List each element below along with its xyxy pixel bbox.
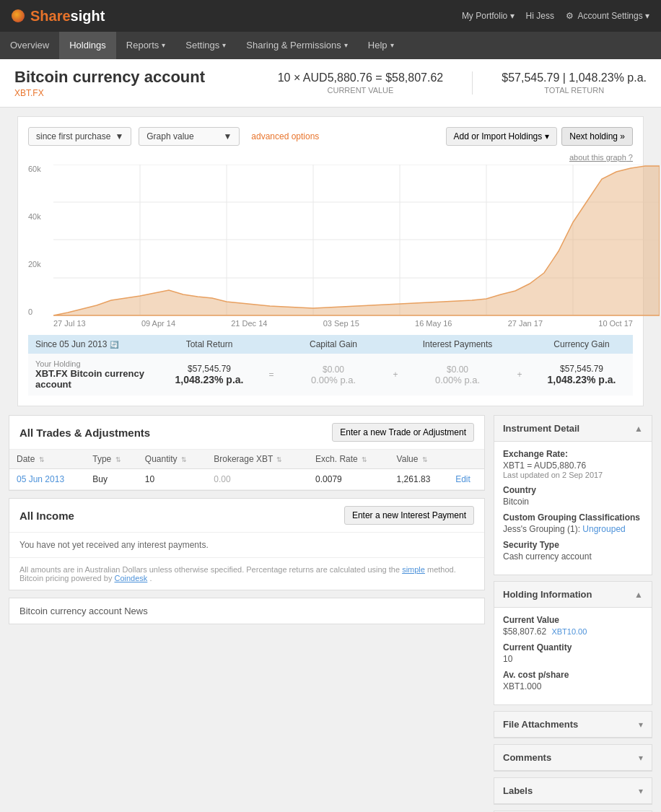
page-stats: 10 × AUD5,880.76 = $58,807.62 CURRENT VA… bbox=[278, 71, 647, 95]
x-label-7: 10 Oct 17 bbox=[598, 319, 633, 328]
logo[interactable]: Sharesight bbox=[12, 8, 105, 25]
trade-date-link[interactable]: 05 Jun 2013 bbox=[17, 474, 64, 484]
col-brokerage[interactable]: Brokerage XBT ⇅ bbox=[206, 450, 308, 469]
reports-arrow: ▾ bbox=[162, 32, 165, 59]
y-axis-labels: 60k 40k 20k 0 bbox=[28, 165, 41, 316]
grouping-label: Custom Grouping Classifications bbox=[503, 512, 643, 523]
trades-table: Date ⇅ Type ⇅ Quantity ⇅ Brokerage XBT ⇅… bbox=[9, 450, 484, 490]
coindesk-link[interactable]: Coindesk bbox=[114, 574, 147, 582]
dropdown-arrow-import: ▾ bbox=[545, 131, 549, 141]
svg-marker-11 bbox=[53, 166, 660, 315]
equals-sign: = bbox=[261, 370, 282, 380]
nav-settings[interactable]: Settings ▾ bbox=[175, 32, 236, 59]
labels-title: Labels bbox=[503, 785, 533, 796]
income-note: You have not yet received any interest p… bbox=[9, 533, 484, 557]
instrument-header[interactable]: Instrument Detail ▲ bbox=[494, 416, 652, 442]
trade-date: 05 Jun 2013 bbox=[9, 469, 85, 490]
col-exchrate[interactable]: Exch. Rate ⇅ bbox=[308, 450, 390, 469]
chart-area: 60k 40k 20k 0 bbox=[28, 165, 633, 328]
stats-total-col: Total Return bbox=[158, 339, 261, 349]
comments-chevron: ▾ bbox=[639, 753, 643, 763]
holding-info-col: Your Holding XBT.FX Bitcoin currency acc… bbox=[28, 359, 158, 390]
col-quantity[interactable]: Quantity ⇅ bbox=[138, 450, 206, 469]
dropdown-arrow-graph: ▼ bbox=[223, 131, 232, 141]
ungrouped-link[interactable]: Ungrouped bbox=[582, 524, 625, 534]
new-trade-button[interactable]: Enter a new Trade or Adjustment bbox=[332, 423, 474, 442]
exchange-rate-row: Exchange Rate: XBT1 = AUD5,880.76 Last u… bbox=[503, 449, 643, 479]
instrument-body: Exchange Rate: XBT1 = AUD5,880.76 Last u… bbox=[494, 442, 652, 575]
labels-header[interactable]: Labels ▾ bbox=[494, 778, 652, 804]
cap-pct: 0.00% p.a. bbox=[282, 375, 385, 385]
holding-info-chevron: ▲ bbox=[634, 590, 643, 600]
help-arrow: ▾ bbox=[390, 32, 394, 59]
date-filter-select[interactable]: since first purchase ▼ bbox=[28, 127, 131, 146]
new-payment-button[interactable]: Enter a new Interest Payment bbox=[344, 506, 474, 525]
interest-val: $0.00 bbox=[406, 364, 509, 375]
trade-edit: Edit bbox=[448, 469, 484, 490]
holding-label: Your Holding bbox=[35, 359, 151, 368]
x-label-6: 27 Jan 17 bbox=[508, 319, 543, 328]
security-type-val: Cash currency account bbox=[503, 551, 643, 562]
add-import-button[interactable]: Add or Import Holdings ▾ bbox=[446, 127, 558, 146]
instrument-title: Instrument Detail bbox=[503, 423, 579, 434]
current-value-label: CURRENT VALUE bbox=[278, 86, 444, 95]
simple-method-link[interactable]: simple bbox=[402, 565, 425, 574]
trades-header: All Trades & Adjustments Enter a new Tra… bbox=[9, 416, 484, 450]
av-cost-val: XBT1.000 bbox=[503, 681, 643, 691]
trade-exch-rate: 0.0079 bbox=[308, 469, 390, 490]
security-type-row: Security Type Cash currency account bbox=[503, 540, 643, 562]
file-attachments-header[interactable]: File Attachments ▾ bbox=[494, 712, 652, 738]
x-label-1: 27 Jul 13 bbox=[53, 319, 86, 328]
next-holding-button[interactable]: Next holding » bbox=[561, 127, 633, 146]
plus-sign-2: + bbox=[509, 370, 530, 380]
holding-info-title: Holding Information bbox=[503, 589, 592, 600]
graph-filter-select[interactable]: Graph value ▼ bbox=[139, 127, 240, 146]
trades-table-header-row: Date ⇅ Type ⇅ Quantity ⇅ Brokerage XBT ⇅… bbox=[9, 450, 484, 469]
stats-cap-col: Capital Gain bbox=[282, 339, 385, 349]
current-value-row: Current Value $58,807.62 XBT10.00 bbox=[503, 615, 643, 637]
trades-title: All Trades & Adjustments bbox=[19, 427, 150, 439]
page-header: Bitcoin currency account XBT.FX 10 × AUD… bbox=[0, 59, 661, 108]
interest-col: $0.00 0.00% p.a. bbox=[406, 364, 509, 385]
av-cost-row: Av. cost p/share XBT1.000 bbox=[503, 670, 643, 691]
trade-edit-link[interactable]: Edit bbox=[455, 474, 470, 484]
advanced-options-link[interactable]: advanced options bbox=[251, 131, 319, 141]
page-title-block: Bitcoin currency account XBT.FX bbox=[14, 68, 205, 98]
col-date[interactable]: Date ⇅ bbox=[9, 450, 85, 469]
grouping-val: Jess's Grouping (1): Ungrouped bbox=[503, 524, 643, 534]
total-return-value: $57,545.79 | 1,048.23% p.a. bbox=[502, 71, 647, 84]
interest-pct: 0.00% p.a. bbox=[406, 375, 509, 385]
total-return-pct: 1,048.23% p.a. bbox=[158, 374, 261, 385]
main-nav: Overview Holdings Reports ▾ Settings ▾ S… bbox=[0, 32, 661, 59]
plus-sign-1: + bbox=[385, 370, 406, 380]
portfolio-link[interactable]: My Portfolio ▾ bbox=[462, 11, 515, 21]
nav-reports[interactable]: Reports ▾ bbox=[116, 32, 176, 59]
xbt-value-link[interactable]: XBT10.00 bbox=[551, 627, 587, 636]
table-row: 05 Jun 2013 Buy 10 0.00 0.0079 1,261.83 … bbox=[9, 469, 484, 490]
logo-icon bbox=[12, 9, 25, 22]
account-settings-link[interactable]: ⚙ Account Settings ▾ bbox=[566, 11, 649, 21]
y-label-0: 0 bbox=[28, 307, 41, 316]
chart-container: since first purchase ▼ Graph value ▼ adv… bbox=[17, 116, 644, 406]
current-value-detail: $58,807.62 XBT10.00 bbox=[503, 627, 643, 637]
nav-overview[interactable]: Overview bbox=[0, 32, 59, 59]
page-title: Bitcoin currency account bbox=[14, 68, 205, 87]
about-graph-link[interactable]: about this graph ? bbox=[569, 153, 633, 162]
labels-chevron: ▾ bbox=[639, 786, 643, 796]
nav-sharing[interactable]: Sharing & Permissions ▾ bbox=[236, 32, 358, 59]
currency-col: $57,545.79 1,048.23% p.a. bbox=[530, 364, 633, 385]
page-subtitle: XBT.FX bbox=[14, 88, 205, 98]
top-bar: Sharesight My Portfolio ▾ Hi Jess ⚙ Acco… bbox=[0, 0, 661, 32]
nav-help[interactable]: Help ▾ bbox=[358, 32, 404, 59]
current-value-formula: 10 × AUD5,880.76 = $58,807.62 bbox=[278, 71, 444, 84]
col-value[interactable]: Value ⇅ bbox=[390, 450, 449, 469]
file-attachments-chevron: ▾ bbox=[639, 720, 643, 730]
main-content: All Trades & Adjustments Enter a new Tra… bbox=[9, 415, 652, 812]
comments-header[interactable]: Comments ▾ bbox=[494, 745, 652, 771]
nav-holdings[interactable]: Holdings bbox=[59, 32, 116, 59]
holding-info-header[interactable]: Holding Information ▲ bbox=[494, 582, 652, 608]
stats-table: Since 05 Jun 2013 🔄 Total Return Capital… bbox=[28, 335, 633, 396]
y-label-20k: 20k bbox=[28, 260, 41, 269]
info-icon: 🔄 bbox=[110, 341, 118, 349]
col-type[interactable]: Type ⇅ bbox=[85, 450, 138, 469]
